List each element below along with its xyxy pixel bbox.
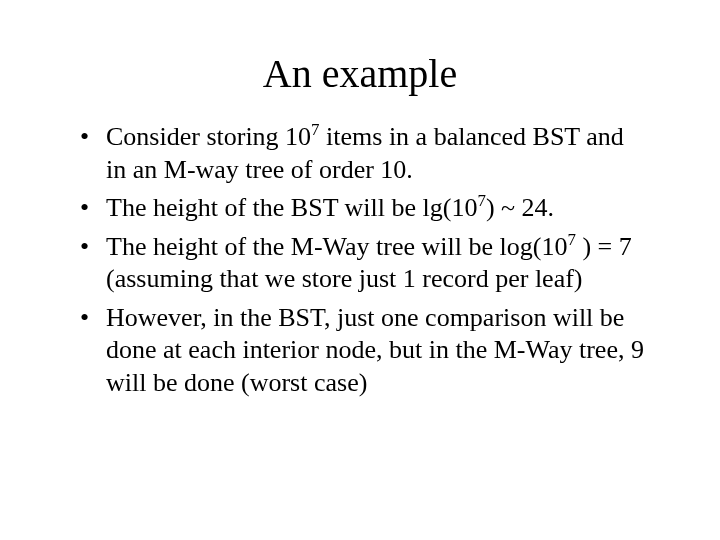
bullet-text: The height of the BST will be lg(10 [106, 193, 477, 222]
slide: An example Consider storing 107 items in… [0, 0, 720, 540]
bullet-item: Consider storing 107 items in a balanced… [80, 121, 650, 186]
bullet-text: ) ~ 24. [486, 193, 554, 222]
slide-title: An example [60, 50, 660, 97]
superscript: 7 [477, 191, 485, 210]
bullet-text: The height of the M-Way tree will be log… [106, 232, 567, 261]
bullet-text: However, in the BST, just one comparison… [106, 303, 644, 397]
bullet-list: Consider storing 107 items in a balanced… [60, 121, 660, 399]
bullet-item: The height of the M-Way tree will be log… [80, 231, 650, 296]
superscript: 7 [567, 230, 575, 249]
bullet-item: The height of the BST will be lg(107) ~ … [80, 192, 650, 225]
bullet-text: Consider storing 10 [106, 122, 311, 151]
superscript: 7 [311, 120, 319, 139]
bullet-item: However, in the BST, just one comparison… [80, 302, 650, 400]
